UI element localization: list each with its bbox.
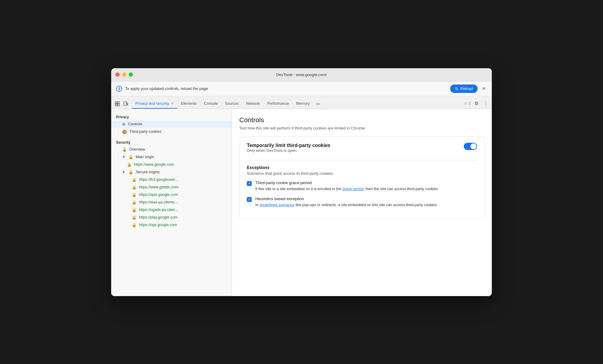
svg-rect-0 bbox=[115, 102, 117, 104]
card-title-group: Temporarily limit third-party cookies On… bbox=[247, 143, 330, 159]
sidebar-overview-label: Overview bbox=[129, 147, 145, 152]
traffic-lights bbox=[115, 72, 133, 77]
sidebar-item-main-origin[interactable]: ▼ 🔒 Main origin bbox=[111, 153, 232, 161]
settings-button[interactable]: ⚙ bbox=[473, 99, 480, 107]
secure-origins-arrow: ▼ bbox=[122, 170, 125, 174]
exceptions-title: Exceptions bbox=[247, 165, 477, 170]
toolbar: Privacy and security ✕ Elements Console … bbox=[111, 96, 492, 109]
info-icon: ℹ bbox=[116, 86, 122, 92]
warning-count: 2 bbox=[469, 101, 471, 105]
sidebar-item-google-main[interactable]: 🔒 https://www.google.com bbox=[111, 161, 232, 168]
warning-badge[interactable]: ⚠ 2 bbox=[464, 101, 471, 105]
sidebar-apis-url: https://apis.google.com bbox=[139, 193, 178, 197]
toolbar-right: ⚠ 2 ⚙ ⋮ bbox=[464, 99, 489, 109]
tab-elements-label: Elements bbox=[181, 101, 197, 106]
tab-performance-label: Performance bbox=[267, 101, 289, 106]
sidebar-lh3-url: https://lh3.googleuser... bbox=[139, 177, 178, 182]
tab-network-label: Network bbox=[246, 101, 260, 106]
sidebar-gstatic-url: https://www.gstatic.com bbox=[139, 185, 179, 189]
tab-memory[interactable]: Memory bbox=[292, 99, 313, 109]
grace-period-link[interactable]: grace period bbox=[342, 187, 363, 191]
sidebar-item-ogs[interactable]: 🔒 https://ogs.google.com bbox=[111, 221, 232, 229]
tab-console-label: Console bbox=[204, 101, 218, 106]
tab-close-icon[interactable]: ✕ bbox=[171, 101, 174, 105]
reload-icon: ↻ bbox=[455, 86, 459, 91]
grace-period-checkbox[interactable] bbox=[247, 181, 252, 186]
tab-privacy-label: Privacy and security bbox=[135, 101, 169, 106]
content-subtitle: Test how this site will perform if third… bbox=[239, 126, 485, 130]
lock-icon-google: 🔒 bbox=[127, 162, 132, 167]
card-subtitle: Only when DevTools is open bbox=[247, 148, 330, 153]
minimize-traffic-light[interactable] bbox=[122, 72, 126, 77]
exception-heuristics-content: Heuristics based exception In predefined… bbox=[255, 196, 437, 208]
inspector-icon bbox=[115, 101, 120, 106]
sidebar-controls-label: Controls bbox=[128, 122, 142, 126]
sidebar-item-third-party-cookies[interactable]: 🍪 Third-party cookies bbox=[111, 128, 232, 136]
predefined-scenarios-link[interactable]: predefined scenarios bbox=[260, 203, 295, 207]
exception-grace-content: Third-party cookie grace period If this … bbox=[255, 180, 438, 192]
tab-memory-label: Memory bbox=[296, 101, 310, 106]
tab-privacy-and-security[interactable]: Privacy and security ✕ bbox=[132, 99, 177, 109]
heuristics-checkbox[interactable] bbox=[247, 197, 252, 202]
tab-network[interactable]: Network bbox=[243, 99, 264, 109]
sidebar-item-play[interactable]: 🔒 https://play.google.com bbox=[111, 214, 232, 221]
cookie-icon: 🍪 bbox=[122, 129, 127, 134]
sidebar-item-waa[interactable]: 🔒 https://waa-pa.clients... bbox=[111, 199, 232, 206]
tab-sources[interactable]: Sources bbox=[221, 99, 243, 109]
tab-console[interactable]: Console bbox=[200, 99, 221, 109]
close-traffic-light[interactable] bbox=[115, 72, 120, 77]
banner-text: To apply your updated controls, reload t… bbox=[125, 86, 447, 91]
device-icon bbox=[123, 101, 128, 106]
devtools-window: DevTools - www.google.com/ ℹ To apply yo… bbox=[111, 68, 492, 296]
maximize-traffic-light[interactable] bbox=[129, 72, 133, 77]
exception-item-grace-period: Third-party cookie grace period If this … bbox=[247, 180, 477, 192]
lock-icon-play: 🔒 bbox=[132, 215, 137, 220]
tab-elements[interactable]: Elements bbox=[177, 99, 200, 109]
main-origin-arrow: ▼ bbox=[122, 155, 125, 159]
sidebar-ogs-url: https://ogs.google.com bbox=[139, 223, 177, 227]
svg-rect-1 bbox=[118, 102, 119, 104]
sidebar-google-main-url: https://www.google.com bbox=[134, 162, 174, 167]
tab-sources-label: Sources bbox=[225, 101, 239, 106]
close-banner-button[interactable]: ✕ bbox=[481, 85, 487, 93]
sidebar-item-controls[interactable]: ⚙ Controls bbox=[111, 120, 232, 128]
tab-overflow-button[interactable]: >> bbox=[313, 99, 323, 109]
sidebar-secure-origins-label: Secure origins bbox=[136, 170, 160, 174]
device-toolbar-button[interactable] bbox=[122, 100, 129, 107]
gear-icon: ⚙ bbox=[122, 122, 126, 126]
sidebar-main-origin-label: Main origin bbox=[136, 155, 154, 159]
content-title: Controls bbox=[239, 116, 485, 124]
more-button[interactable]: ⋮ bbox=[482, 99, 489, 107]
toolbar-icons bbox=[114, 100, 129, 109]
sidebar: Privacy ⚙ Controls 🍪 Third-party cookies… bbox=[111, 109, 232, 296]
sidebar-third-party-label: Third-party cookies bbox=[129, 129, 161, 134]
exception-grace-desc: If this site or a site embedded on it is… bbox=[255, 186, 438, 192]
lock-icon-gstatic: 🔒 bbox=[132, 185, 137, 190]
reload-label: Reload bbox=[460, 86, 473, 91]
svg-rect-5 bbox=[127, 103, 128, 105]
lock-icon-ogs: 🔒 bbox=[132, 223, 137, 227]
main-content: Privacy ⚙ Controls 🍪 Third-party cookies… bbox=[111, 109, 492, 296]
sidebar-item-overview[interactable]: 🔒 Overview bbox=[111, 146, 232, 153]
limit-cookies-toggle[interactable] bbox=[464, 143, 477, 150]
exception-heuristics-title: Heuristics based exception bbox=[255, 196, 437, 201]
reload-button[interactable]: ↻ Reload bbox=[450, 85, 478, 93]
exception-heuristics-desc: In predefined scenarios like pop-ups or … bbox=[255, 202, 437, 208]
lock-icon-lh3: 🔒 bbox=[132, 177, 137, 182]
window-title: DevTools - www.google.com/ bbox=[276, 72, 327, 77]
sidebar-item-lh3[interactable]: 🔒 https://lh3.googleuser... bbox=[111, 176, 232, 184]
sidebar-item-apis[interactable]: 🔒 https://apis.google.com bbox=[111, 191, 232, 199]
exception-grace-title: Third-party cookie grace period bbox=[255, 180, 438, 185]
svg-rect-3 bbox=[118, 104, 119, 106]
warning-icon: ⚠ bbox=[464, 101, 467, 105]
info-banner: ℹ To apply your updated controls, reload… bbox=[111, 81, 492, 96]
lock-icon-secure-origins: 🔒 bbox=[128, 170, 133, 174]
lock-icon-overview: 🔒 bbox=[122, 147, 127, 152]
sidebar-item-gstatic[interactable]: 🔒 https://www.gstatic.com bbox=[111, 184, 232, 191]
sidebar-item-ogads[interactable]: 🔒 https://ogads-pa.clien... bbox=[111, 206, 232, 214]
tab-performance[interactable]: Performance bbox=[264, 99, 293, 109]
sidebar-item-secure-origins[interactable]: ▼ 🔒 Secure origins bbox=[111, 168, 232, 176]
inspector-icon-button[interactable] bbox=[114, 100, 121, 107]
lock-icon-apis: 🔒 bbox=[132, 193, 137, 197]
exceptions-section: Exceptions Scenarios that grant access t… bbox=[247, 160, 477, 208]
